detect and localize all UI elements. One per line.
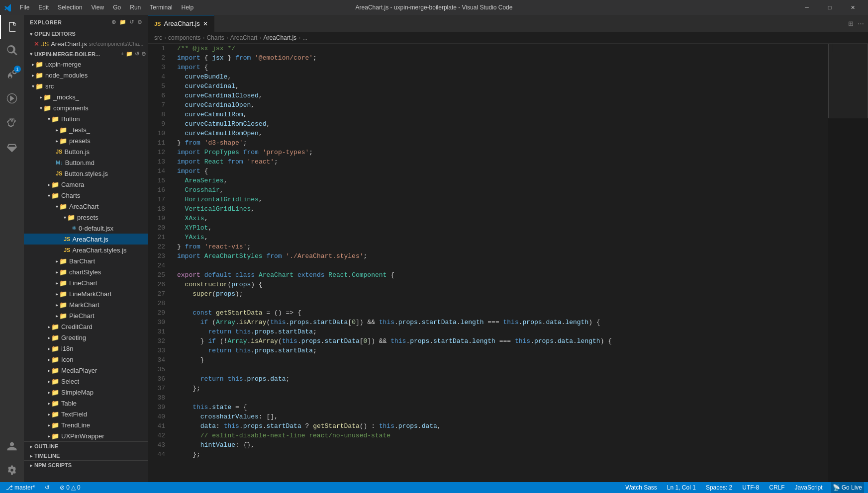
code-line-23: import AreaChartStyles from './AreaChart… (177, 251, 824, 261)
activity-settings[interactable] (0, 458, 24, 482)
folder-markchart[interactable]: ▸ 📁 MarkChart (24, 299, 148, 310)
breadcrumb-areachart-js[interactable]: AreaChart.js (263, 34, 296, 41)
encoding-status[interactable]: UTF-8 (740, 482, 761, 493)
breadcrumb-charts[interactable]: Charts (206, 34, 224, 41)
language-mode-status[interactable]: JavaScript (793, 482, 825, 493)
menu-edit[interactable]: Edit (34, 2, 53, 12)
menu-view[interactable]: View (87, 2, 108, 12)
file-areachart-styles[interactable]: JS AreaChart.styles.js (24, 245, 148, 255)
menu-help[interactable]: Help (178, 2, 198, 12)
folder-node-modules[interactable]: ▸ 📁 node_modules (24, 70, 148, 81)
activity-source-control[interactable]: 1 (0, 63, 24, 86)
folder-camera[interactable]: ▸ 📁 Camera (24, 179, 148, 190)
activity-search[interactable] (0, 39, 24, 63)
folder-components[interactable]: ▾ 📁 components (24, 102, 148, 113)
menu-run[interactable]: Run (126, 2, 145, 12)
indentation-status[interactable]: Spaces: 2 (704, 482, 734, 493)
folder-tests[interactable]: ▸ 📁 _tests_ (24, 124, 148, 135)
line-num-37: 37 (148, 384, 169, 393)
menu-go[interactable]: Go (109, 2, 125, 12)
watch-sass-status[interactable]: Watch Sass (623, 482, 659, 493)
file-button-md[interactable]: M↓ Button.md (24, 157, 148, 168)
line-ending-status[interactable]: CRLF (767, 482, 786, 493)
maximize-button[interactable]: □ (818, 0, 841, 15)
warning-count: 0 (77, 484, 81, 491)
open-editor-filepath: src\components\Cha... (89, 41, 143, 47)
more-actions-icon[interactable]: ⋯ (858, 20, 864, 27)
breadcrumb-components[interactable]: components (168, 34, 200, 41)
outline-section[interactable]: ▸ OUTLINE (24, 441, 148, 451)
new-folder-icon[interactable]: 📁 (119, 19, 127, 25)
minimize-button[interactable]: ─ (795, 0, 818, 15)
folder-linechart[interactable]: ▸ 📁 LineChart (24, 277, 148, 288)
activity-account[interactable] (0, 434, 24, 458)
line-ending-label: CRLF (769, 484, 784, 491)
activity-testing[interactable] (0, 136, 24, 160)
chevron-down-icon: ▾ (48, 193, 50, 198)
folder-linemarkchart[interactable]: ▸ 📁 LineMarkChart (24, 288, 148, 299)
code-editor[interactable]: /** @jsx jsx */ import { jsx } from '@em… (173, 44, 828, 482)
folder-icon: 📁 (51, 334, 59, 341)
folder-mediaplayer[interactable]: ▸ 📁 MediaPlayer (24, 365, 148, 376)
npm-scripts-section[interactable]: ▸ NPM SCRIPTS (24, 460, 148, 470)
menu-file[interactable]: File (16, 2, 33, 12)
project-section[interactable]: ▾ UXPIN-MERGE-BOILER... + 📁 ↺ ⊖ (24, 49, 148, 59)
folder-charts[interactable]: ▾ 📁 Charts (24, 190, 148, 201)
tab-areachart-js[interactable]: JS AreaChart.js ✕ (148, 15, 214, 32)
new-file-icon[interactable]: ⊕ (111, 19, 116, 25)
folder-creditcard[interactable]: ▸ 📁 CreditCard (24, 321, 148, 332)
collapse-all-icon[interactable]: ⊖ (137, 19, 142, 25)
cursor-position-status[interactable]: Ln 1, Col 1 (665, 482, 698, 493)
split-editor-icon[interactable]: ⊞ (848, 20, 854, 27)
file-button-js[interactable]: JS Button.js (24, 146, 148, 157)
folder-presets-button[interactable]: ▸ 📁 presets (24, 135, 148, 146)
folder-uxpinwrapper[interactable]: ▸ 📁 UXPinWrapper (24, 430, 148, 441)
timeline-section[interactable]: ▸ TIMELINE (24, 451, 148, 460)
menu-terminal[interactable]: Terminal (146, 2, 176, 12)
new-file-project-icon[interactable]: + (121, 51, 124, 57)
folder-mocks[interactable]: ▸ 📁 _mocks_ (24, 91, 148, 102)
new-folder-project-icon[interactable]: 📁 (126, 51, 133, 57)
go-live-status[interactable]: 📡 Go Live (831, 482, 864, 493)
folder-textfield[interactable]: ▸ 📁 TextField (24, 409, 148, 419)
close-file-icon[interactable]: ✕ (34, 40, 39, 48)
folder-presets-areachart[interactable]: ▾ 📁 presets (24, 212, 148, 223)
folder-button[interactable]: ▾ 📁 Button (24, 113, 148, 124)
close-button[interactable]: ✕ (841, 0, 864, 15)
breadcrumb-symbol[interactable]: ... (302, 34, 307, 41)
refresh-project-icon[interactable]: ↺ (135, 51, 139, 57)
tab-close-icon[interactable]: ✕ (203, 20, 208, 27)
menu-selection[interactable]: Selection (54, 2, 86, 12)
folder-uxpin-merge[interactable]: ▸ 📁 uxpin-merge (24, 59, 148, 70)
folder-piechart[interactable]: ▸ 📁 PieChart (24, 310, 148, 321)
breadcrumb-areachart[interactable]: AreaChart (230, 34, 258, 41)
folder-table[interactable]: ▸ 📁 Table (24, 398, 148, 409)
folder-select[interactable]: ▸ 📁 Select (24, 376, 148, 387)
file-button-styles[interactable]: JS Button.styles.js (24, 168, 148, 179)
git-branch-status[interactable]: ⎇ master* (4, 482, 37, 493)
file-0-default-jsx[interactable]: ⚛ 0-default.jsx (24, 223, 148, 234)
activity-run[interactable] (0, 86, 24, 110)
folder-trendline[interactable]: ▸ 📁 TrendLine (24, 419, 148, 430)
errors-warnings-status[interactable]: ⊘ 0 △ 0 (58, 482, 82, 493)
folder-src[interactable]: ▾ 📁 src (24, 81, 148, 91)
encoding-label: UTF-8 (742, 484, 759, 491)
collapse-project-icon[interactable]: ⊖ (141, 51, 146, 57)
npm-scripts-label: NPM SCRIPTS (34, 462, 72, 468)
folder-barchart[interactable]: ▸ 📁 BarChart (24, 255, 148, 266)
folder-icon: 📁 (43, 104, 51, 112)
activity-extensions[interactable] (0, 110, 24, 134)
folder-areachart[interactable]: ▾ 📁 AreaChart (24, 201, 148, 212)
open-editor-item-areachart[interactable]: ✕ JS AreaChart.js src\components\Cha... (24, 38, 148, 49)
folder-chartstyles[interactable]: ▸ 📁 chartStyles (24, 266, 148, 277)
activity-explorer[interactable] (0, 15, 24, 39)
breadcrumb-src[interactable]: src (154, 34, 162, 41)
folder-icon[interactable]: ▸ 📁 Icon (24, 354, 148, 365)
open-editors-section[interactable]: ▾ OPEN EDITORS (24, 29, 148, 38)
folder-i18n[interactable]: ▸ 📁 i18n (24, 343, 148, 354)
refresh-icon[interactable]: ↺ (129, 19, 134, 25)
sync-status[interactable]: ↺ (43, 482, 52, 493)
file-areachart-js[interactable]: JS AreaChart.js (24, 234, 148, 245)
folder-greeting[interactable]: ▸ 📁 Greeting (24, 332, 148, 343)
folder-simplemap[interactable]: ▸ 📁 SimpleMap (24, 387, 148, 398)
